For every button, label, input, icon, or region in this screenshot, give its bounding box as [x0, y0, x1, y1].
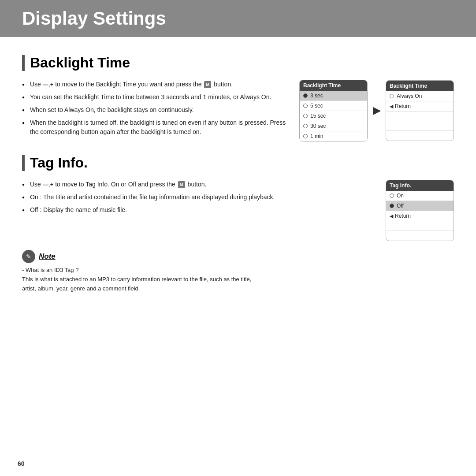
- plus-icon-2: +: [50, 181, 54, 188]
- taginfo-row-off[interactable]: Off: [386, 201, 454, 211]
- label-1min: 1 min: [310, 133, 323, 139]
- taginfo-empty-2: [386, 231, 454, 241]
- note-line1: - What is an ID3 Tag ?: [22, 266, 454, 275]
- radio-30sec: [303, 124, 308, 128]
- note-content: - What is an ID3 Tag ? This is what is a…: [22, 266, 454, 293]
- taginfo-row-on[interactable]: On: [386, 191, 454, 201]
- backlight-section-content: Use —,+ to move to the Backlight Time yo…: [22, 80, 454, 141]
- label-on: On: [397, 193, 404, 199]
- label-off: Off: [397, 203, 404, 209]
- backlight-bullet-list: Use —,+ to move to the Backlight Time yo…: [22, 80, 286, 140]
- backlight-panel-1: Backlight Time 3 sec 5 sec 15 sec 30 sec: [299, 80, 368, 141]
- note-title: Note: [39, 252, 56, 261]
- taginfo-bullet-3: Off : Display the name of music file.: [22, 205, 372, 215]
- radio-always-on: [390, 94, 394, 98]
- page-title: Display Settings: [22, 8, 458, 29]
- section-bar: [22, 55, 25, 71]
- note-pencil-icon: ✎: [22, 250, 35, 263]
- backlight-panel-2-header: Backlight Time: [386, 81, 454, 91]
- backlight-row-15sec[interactable]: 15 sec: [300, 111, 367, 121]
- radio-1min: [303, 134, 308, 138]
- backlight-bullet-2: You can set the Backlight Time to time b…: [22, 93, 286, 102]
- backlight-empty-2: [386, 121, 454, 131]
- label-always-on: Always On: [397, 93, 422, 99]
- backlight-row-5sec[interactable]: 5 sec: [300, 101, 367, 111]
- minus-icon-2: —: [43, 181, 48, 188]
- taginfo-row-return[interactable]: ◀ Return: [386, 211, 454, 221]
- backlight-empty-3: [386, 131, 454, 141]
- backlight-bullet-4: When the backlight is turned off, the ba…: [22, 118, 286, 137]
- taginfo-panel-wrapper: Tag Info. On Off ◀ Return: [386, 180, 454, 241]
- radio-5sec: [303, 104, 308, 108]
- header-bar: Display Settings: [0, 0, 476, 37]
- backlight-row-30sec[interactable]: 30 sec: [300, 121, 367, 131]
- radio-15sec: [303, 114, 308, 118]
- note-line3: artist, album, year, genre and a comment…: [22, 284, 454, 294]
- return-icon-1: ◀: [390, 104, 393, 109]
- taginfo-panel-header: Tag Info.: [386, 180, 454, 191]
- label-return-1: Return: [395, 103, 411, 109]
- radio-on: [390, 193, 394, 198]
- backlight-row-return[interactable]: ◀ Return: [386, 101, 454, 112]
- plus-icon: +: [50, 81, 54, 88]
- backlight-row-3sec[interactable]: 3 sec: [300, 91, 367, 101]
- taginfo-panel: Tag Info. On Off ◀ Return: [386, 180, 454, 241]
- radio-off: [390, 204, 394, 208]
- taginfo-bullet-2: On : The title and artist contained in t…: [22, 193, 372, 202]
- backlight-empty-1: [386, 112, 454, 121]
- label-15sec: 15 sec: [310, 113, 326, 119]
- label-return-2: Return: [395, 213, 411, 219]
- taginfo-title: Tag Info.: [30, 155, 88, 171]
- backlight-bullet-1: Use —,+ to move to the Backlight Time yo…: [22, 80, 286, 89]
- note-line2: This is what is attached to an MP3 to ca…: [22, 275, 454, 284]
- m-button-2: M: [178, 181, 185, 188]
- backlight-section-title: Backlight Time: [22, 55, 454, 71]
- label-5sec: 5 sec: [310, 103, 323, 109]
- taginfo-empty-1: [386, 221, 454, 231]
- note-header: ✎ Note: [22, 250, 454, 263]
- taginfo-section-content: Use —,+ to move to Tag Info. On or Off a…: [22, 180, 454, 241]
- backlight-row-always-on[interactable]: Always On: [386, 91, 454, 101]
- m-button-1: M: [204, 81, 211, 88]
- minus-icon: —: [43, 81, 48, 88]
- backlight-bullet-3: When set to Always On, the backlight sta…: [22, 105, 286, 115]
- label-30sec: 30 sec: [310, 123, 326, 129]
- page-number: 60: [18, 460, 25, 467]
- backlight-title: Backlight Time: [30, 55, 130, 71]
- backlight-panel-1-header: Backlight Time: [300, 80, 367, 91]
- arrow-divider: ▶: [373, 105, 380, 116]
- label-3sec: 3 sec: [310, 93, 323, 99]
- radio-3sec: [303, 93, 308, 98]
- taginfo-section-title: Tag Info.: [22, 155, 454, 171]
- taginfo-bullet-1: Use —,+ to move to Tag Info. On or Off a…: [22, 180, 372, 189]
- note-section: ✎ Note - What is an ID3 Tag ? This is wh…: [22, 250, 454, 293]
- backlight-row-1min[interactable]: 1 min: [300, 131, 367, 141]
- main-content: Backlight Time Use —,+ to move to the Ba…: [0, 37, 476, 302]
- taginfo-bar: [22, 155, 25, 171]
- backlight-panels: Backlight Time 3 sec 5 sec 15 sec 30 sec: [299, 80, 454, 141]
- return-icon-2: ◀: [390, 213, 393, 219]
- backlight-panel-2: Backlight Time Always On ◀ Return: [386, 80, 454, 141]
- taginfo-bullet-list: Use —,+ to move to Tag Info. On or Off a…: [22, 180, 372, 218]
